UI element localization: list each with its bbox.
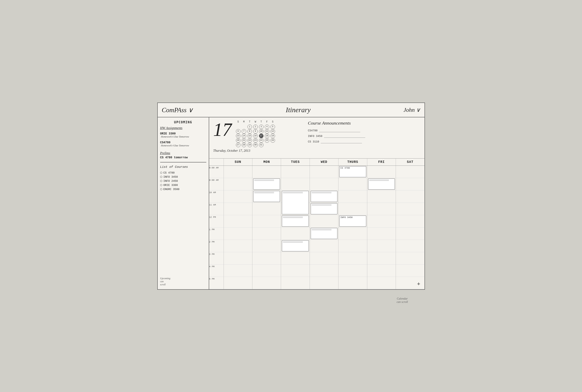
event-block-6[interactable] — [311, 203, 338, 214]
mini-cal-day-1-4[interactable]: 10 — [259, 129, 264, 134]
mini-cal-day-2-6[interactable]: 19 — [270, 134, 275, 138]
day-1-slot-6[interactable] — [252, 240, 281, 252]
mini-cal-day-4-3[interactable]: 30 — [253, 143, 258, 147]
day-0-slot-2[interactable] — [224, 190, 252, 203]
day-4-slot-5[interactable] — [338, 228, 367, 240]
day-3-slot-1[interactable] — [310, 178, 338, 190]
mini-cal-day-2-5[interactable]: 18 — [265, 134, 269, 138]
day-2-slot-7[interactable] — [281, 252, 310, 264]
day-3-slot-9[interactable] — [310, 277, 338, 289]
day-5-slot-2[interactable] — [367, 190, 396, 203]
user-menu[interactable]: John ∨ — [383, 106, 420, 113]
day-5-slot-8[interactable] — [367, 264, 396, 277]
mini-cal-day-2-3[interactable]: 16 — [253, 134, 258, 138]
mini-cal-day-1-6[interactable]: 12 — [270, 129, 275, 134]
day-6-slot-2[interactable] — [396, 190, 424, 203]
event-block-7[interactable] — [311, 228, 338, 239]
day-6-slot-5[interactable] — [396, 228, 424, 240]
day-1-slot-2[interactable] — [252, 190, 281, 203]
day-0-slot-7[interactable] — [224, 252, 252, 264]
mini-cal-day-3-1[interactable]: 21 — [242, 138, 246, 143]
assignment-item-2[interactable]: CS4780 Homework 4 Due Tomorrow — [160, 141, 206, 147]
mini-cal-day-2-4[interactable]: 17 — [259, 134, 264, 138]
course-item-1[interactable]: CS 4780 — [160, 171, 206, 174]
mini-cal-day-3-3[interactable]: 23 — [253, 138, 258, 143]
day-5-slot-5[interactable] — [367, 228, 396, 240]
event-block-4[interactable] — [282, 240, 308, 252]
day-1-slot-4[interactable] — [252, 215, 281, 228]
add-event-button[interactable]: + — [417, 280, 420, 287]
mini-cal-day-4-4[interactable]: 31 — [259, 143, 264, 147]
day-4-slot-2[interactable] — [338, 190, 367, 203]
mini-cal-day-0-4[interactable]: 3 — [259, 124, 264, 129]
day-5-slot-1[interactable] — [367, 178, 396, 190]
mini-cal-day-0-2[interactable]: 1 — [248, 124, 252, 129]
day-4-slot-7[interactable] — [338, 252, 367, 264]
mini-cal-day-2-0[interactable]: 13 — [236, 134, 240, 138]
event-block-2[interactable] — [282, 191, 308, 214]
event-block-5[interactable] — [311, 191, 338, 202]
day-0-slot-0[interactable] — [224, 166, 252, 178]
day-5-slot-7[interactable] — [367, 252, 396, 264]
course-item-2[interactable]: INFO 3450 — [160, 176, 206, 178]
day-1-slot-7[interactable] — [252, 252, 281, 264]
mini-cal-day-1-2[interactable]: 8 — [248, 129, 252, 134]
mini-cal-day-0-3[interactable]: 2 — [253, 124, 258, 129]
day-0-slot-8[interactable] — [224, 264, 252, 277]
day-2-slot-0[interactable] — [281, 166, 310, 178]
mini-cal-day-3-4[interactable]: 24 — [259, 138, 264, 143]
mini-cal-day-1-1[interactable]: 7 — [242, 129, 246, 134]
day-3-slot-7[interactable] — [310, 252, 338, 264]
day-5-slot-6[interactable] — [367, 240, 396, 252]
day-4-slot-6[interactable] — [338, 240, 367, 252]
course-item-4[interactable]: ORIE 3300 — [160, 184, 206, 187]
day-6-slot-8[interactable] — [396, 264, 424, 277]
day-6-slot-7[interactable] — [396, 252, 424, 264]
day-3-slot-8[interactable] — [310, 264, 338, 277]
event-block-3[interactable] — [282, 216, 308, 227]
day-5-slot-4[interactable] — [367, 215, 396, 228]
day-6-slot-4[interactable] — [396, 215, 424, 228]
day-1-slot-9[interactable] — [252, 277, 281, 289]
day-6-slot-3[interactable] — [396, 203, 424, 215]
day-2-slot-9[interactable] — [281, 277, 310, 289]
day-4-slot-1[interactable] — [338, 178, 367, 190]
day-6-slot-0[interactable] — [396, 166, 424, 178]
day-5-slot-0[interactable] — [367, 166, 396, 178]
event-block-8[interactable]: CS 4780 — [339, 166, 366, 177]
day-2-slot-5[interactable] — [281, 228, 310, 240]
app-logo[interactable]: ComPAss ∨ — [162, 106, 213, 114]
day-2-slot-1[interactable] — [281, 178, 310, 190]
mini-cal-day-3-2[interactable]: 22 — [248, 138, 252, 143]
day-4-slot-9[interactable] — [338, 277, 367, 289]
event-block-1[interactable] — [253, 191, 280, 202]
day-4-slot-4[interactable]: INFO 3450 — [338, 215, 367, 228]
day-4-slot-3[interactable] — [338, 203, 367, 215]
mini-cal-day-4-1[interactable]: 28 — [242, 143, 246, 147]
mini-cal-day-2-1[interactable]: 14 — [242, 134, 246, 138]
day-0-slot-9[interactable] — [224, 277, 252, 289]
day-2-slot-4[interactable] — [281, 215, 310, 228]
day-0-slot-3[interactable] — [224, 203, 252, 215]
mini-cal-day-0-5[interactable]: 4 — [265, 124, 269, 129]
day-2-slot-6[interactable] — [281, 240, 310, 252]
day-0-slot-6[interactable] — [224, 240, 252, 252]
day-1-slot-8[interactable] — [252, 264, 281, 277]
event-block-9[interactable]: INFO 3450 — [339, 216, 366, 227]
day-0-slot-4[interactable] — [224, 215, 252, 228]
mini-cal-day-1-0[interactable]: 6 — [236, 129, 240, 134]
event-block-10[interactable] — [368, 178, 395, 190]
day-0-slot-1[interactable] — [224, 178, 252, 190]
day-3-slot-5[interactable] — [310, 228, 338, 240]
course-item-3[interactable]: INFO 2450 — [160, 180, 206, 182]
day-5-slot-9[interactable] — [367, 277, 396, 289]
mini-cal-day-4-2[interactable]: 29 — [248, 143, 252, 147]
day-1-slot-1[interactable] — [252, 178, 281, 190]
day-3-slot-2[interactable] — [310, 190, 338, 203]
day-3-slot-6[interactable] — [310, 240, 338, 252]
mini-cal-day-4-0[interactable]: 27 — [236, 143, 240, 147]
mini-cal-day-3-6[interactable]: 26 — [270, 138, 275, 143]
mini-cal-day-3-5[interactable]: 25 — [265, 138, 269, 143]
day-2-slot-2[interactable] — [281, 190, 310, 203]
day-6-slot-6[interactable] — [396, 240, 424, 252]
